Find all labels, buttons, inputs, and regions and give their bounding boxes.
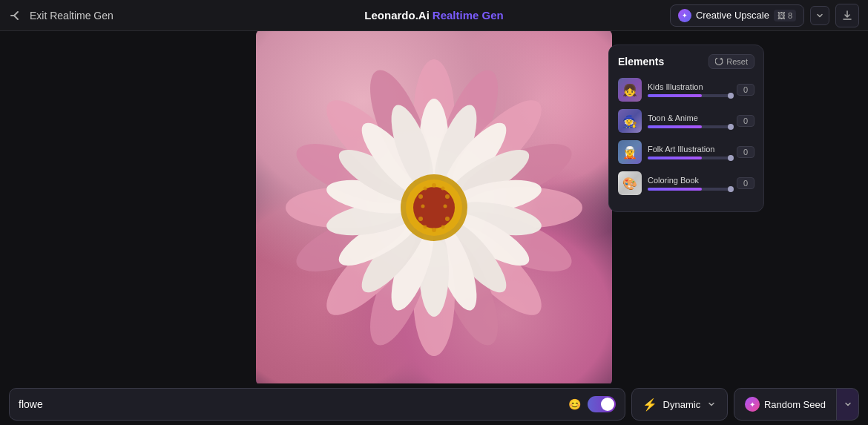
- svg-point-42: [418, 194, 423, 199]
- elements-panel: Elements Reset 👧 Kids Illustration 0 🧙: [608, 45, 764, 212]
- brand-realtime: Realtime Gen: [433, 9, 504, 22]
- svg-point-46: [445, 217, 450, 221]
- random-seed-button[interactable]: ✦ Random Seed: [734, 388, 837, 421]
- element-thumb-folk: 🧝: [618, 140, 642, 164]
- element-slider-toon[interactable]: [648, 125, 731, 128]
- dynamic-button[interactable]: ⚡ Dynamic: [631, 388, 728, 421]
- dynamic-label: Dynamic: [663, 399, 701, 410]
- seed-chevron-button[interactable]: [837, 388, 859, 421]
- element-info-folk: Folk Art Illustration: [648, 145, 731, 159]
- svg-point-40: [444, 204, 447, 208]
- random-seed-group: ✦ Random Seed: [734, 388, 859, 421]
- svg-point-39: [445, 194, 450, 199]
- exit-button[interactable]: Exit Realtime Gen: [9, 8, 114, 23]
- brand-ai: Leonardo.Ai: [364, 9, 430, 22]
- element-item-folk: 🧝 Folk Art Illustration 0: [618, 140, 754, 164]
- elements-panel-header: Elements Reset: [618, 54, 754, 69]
- element-slider-folk[interactable]: [648, 157, 731, 159]
- svg-point-47: [424, 225, 427, 228]
- svg-point-36: [413, 187, 455, 228]
- badge-icon: 🖼: [777, 11, 786, 20]
- header-actions: ✦ Creative Upscale 🖼 8: [670, 4, 859, 27]
- element-info-coloring: Coloring Book: [648, 176, 731, 191]
- brand-title: Leonardo.Ai Realtime Gen: [364, 9, 503, 22]
- svg-point-37: [432, 183, 436, 188]
- element-thumb-kids: 👧: [618, 78, 642, 102]
- reset-label: Reset: [726, 57, 748, 66]
- bottom-bar: 😊 ⚡ Dynamic ✦ Random Seed: [0, 383, 868, 425]
- element-item-kids: 👧 Kids Illustration 0: [618, 78, 754, 102]
- elements-title: Elements: [618, 56, 664, 67]
- element-value-kids: 0: [737, 84, 754, 96]
- canvas-image: [256, 30, 612, 386]
- toggle-knob: [601, 398, 614, 411]
- flower-svg: [256, 30, 612, 386]
- dynamic-chevron-icon: [706, 399, 717, 409]
- element-item-toon: 🧙 Toon & Anime 0: [618, 109, 754, 133]
- svg-point-43: [421, 204, 425, 208]
- svg-point-48: [418, 217, 423, 221]
- prompt-icons: 😊: [567, 396, 616, 412]
- svg-point-45: [441, 225, 445, 228]
- upscale-dropdown-button[interactable]: [810, 6, 829, 25]
- random-seed-label: Random Seed: [764, 399, 826, 410]
- download-button[interactable]: [835, 4, 859, 27]
- upscale-badge: 🖼 8: [774, 10, 796, 22]
- back-icon: [9, 8, 24, 23]
- emoji-button[interactable]: 😊: [567, 396, 583, 412]
- creative-upscale-icon: ✦: [678, 9, 691, 22]
- element-value-folk: 0: [737, 146, 754, 158]
- svg-point-41: [424, 186, 427, 190]
- badge-number: 8: [788, 11, 792, 20]
- prompt-input[interactable]: [19, 398, 567, 410]
- element-info-kids: Kids Illustration: [648, 82, 731, 97]
- element-name-kids: Kids Illustration: [648, 82, 731, 91]
- prompt-input-wrap: 😊: [9, 388, 625, 421]
- element-thumb-toon: 🧙: [618, 109, 642, 133]
- element-name-folk: Folk Art Illustration: [648, 145, 731, 154]
- seed-chevron-icon: [844, 400, 852, 409]
- element-value-coloring: 0: [737, 177, 754, 189]
- dynamic-icon: ⚡: [642, 398, 657, 412]
- element-info-toon: Toon & Anime: [648, 113, 731, 128]
- element-name-toon: Toon & Anime: [648, 113, 731, 122]
- svg-point-38: [441, 186, 445, 190]
- exit-label: Exit Realtime Gen: [30, 10, 114, 22]
- reset-button[interactable]: Reset: [708, 54, 754, 69]
- element-thumb-coloring: 🎨: [618, 171, 642, 195]
- element-name-coloring: Coloring Book: [648, 176, 731, 185]
- creative-upscale-label: Creative Upscale: [696, 10, 769, 21]
- element-value-toon: 0: [737, 115, 754, 127]
- svg-point-44: [432, 228, 436, 232]
- creative-upscale-button[interactable]: ✦ Creative Upscale 🖼 8: [670, 4, 804, 27]
- element-slider-coloring[interactable]: [648, 188, 731, 191]
- header: Exit Realtime Gen Leonardo.Ai Realtime G…: [0, 0, 868, 31]
- prompt-toggle[interactable]: [588, 396, 616, 412]
- random-seed-icon: ✦: [745, 397, 760, 412]
- element-item-coloring: 🎨 Coloring Book 0: [618, 171, 754, 195]
- element-slider-kids[interactable]: [648, 94, 731, 97]
